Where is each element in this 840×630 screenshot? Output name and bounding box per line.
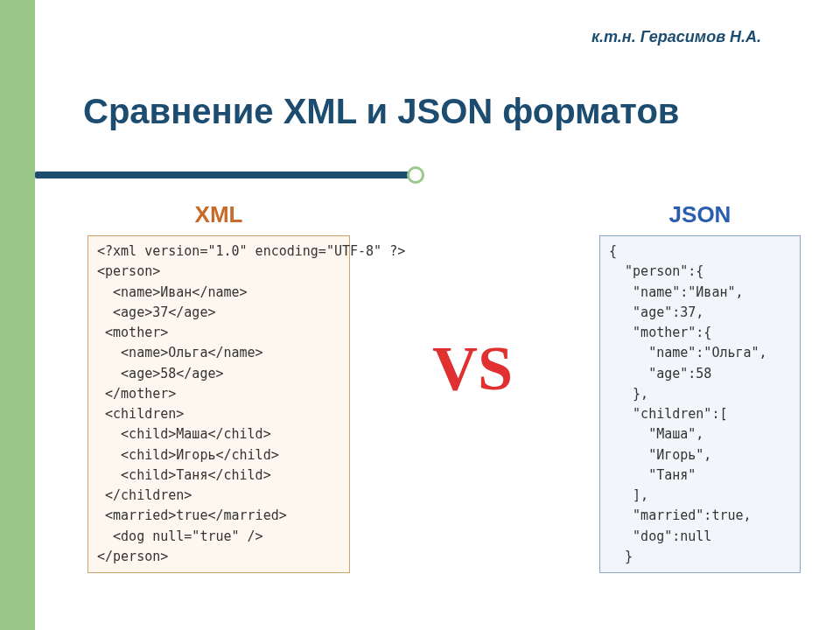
comparison-row: XML <?xml version="1.0" encoding="UTF-8"… [88, 201, 805, 573]
page-title: Сравнение XML и JSON форматов [83, 92, 679, 131]
xml-heading: XML [195, 201, 243, 228]
xml-column: XML <?xml version="1.0" encoding="UTF-8"… [88, 201, 350, 573]
json-code-block: { "person":{ "name":"Иван", "age":37, "m… [599, 235, 801, 573]
xml-code-block: <?xml version="1.0" encoding="UTF-8" ?> … [88, 235, 350, 573]
title-divider [35, 166, 472, 184]
author-label: к.т.н. Герасимов Н.А. [592, 28, 761, 46]
vs-wrap: VS [350, 201, 595, 405]
json-heading: JSON [669, 201, 732, 228]
divider-line [35, 172, 411, 178]
json-column: JSON { "person":{ "name":"Иван", "age":3… [595, 201, 805, 573]
divider-dot-icon [407, 166, 424, 184]
accent-sidebar [0, 0, 35, 630]
vs-label: VS [432, 332, 513, 405]
